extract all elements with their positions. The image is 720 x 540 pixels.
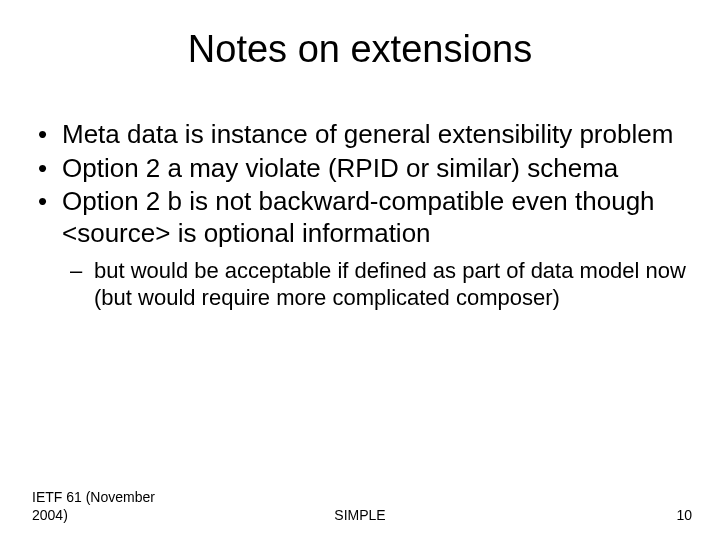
bullet-item: Meta data is instance of general extensi… <box>32 119 688 151</box>
bullet-item: Option 2 a may violate (RPID or similar)… <box>32 153 688 185</box>
sub-bullet-list: but would be acceptable if defined as pa… <box>68 258 688 312</box>
sub-bullet-item: but would be acceptable if defined as pa… <box>68 258 688 312</box>
slide-content: Meta data is instance of general extensi… <box>0 81 720 312</box>
slide: Notes on extensions Meta data is instanc… <box>0 0 720 540</box>
sub-bullet-text: but would be acceptable if defined as pa… <box>94 258 686 310</box>
bullet-text: Meta data is instance of general extensi… <box>62 119 673 149</box>
bullet-list: Meta data is instance of general extensi… <box>32 119 688 312</box>
bullet-text: Option 2 a may violate (RPID or similar)… <box>62 153 618 183</box>
bullet-text: Option 2 b is not backward-compatible ev… <box>62 186 655 248</box>
bullet-item: Option 2 b is not backward-compatible ev… <box>32 186 688 311</box>
footer-center: SIMPLE <box>0 507 720 525</box>
slide-title: Notes on extensions <box>0 0 720 81</box>
slide-number: 10 <box>676 507 692 525</box>
